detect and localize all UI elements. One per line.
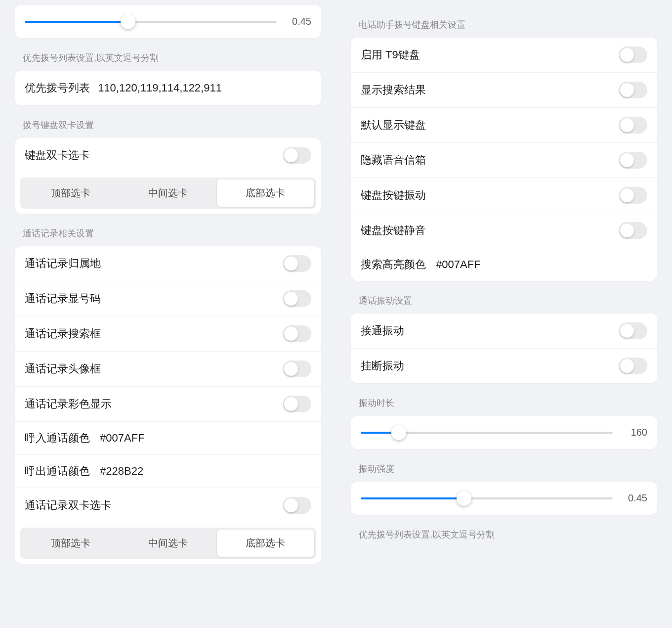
toggle-icon[interactable] (283, 255, 311, 272)
slider-value: 0.45 (286, 16, 311, 27)
dualsim-position-segmented[interactable]: 顶部选卡 中间选卡 底部选卡 (20, 178, 316, 209)
t9-label: 启用 T9键盘 (361, 47, 619, 62)
incoming-color-text: 呼入通话颜色 (25, 432, 90, 444)
slider-track[interactable] (361, 432, 613, 434)
key-vibrate-label: 键盘按键振动 (361, 188, 619, 203)
slider-fill (25, 21, 128, 23)
vibration-strength-slider-row: 0.45 (15, 5, 321, 38)
slider-thumb[interactable] (391, 425, 406, 440)
calllog-searchbox-row[interactable]: 通话记录搜索框 (15, 316, 321, 351)
highlight-color-text: 搜索高亮颜色 (361, 258, 426, 270)
key-mute-label: 键盘按键静音 (361, 223, 619, 238)
calllog-color-label: 通话记录彩色显示 (25, 397, 283, 411)
seg-middle[interactable]: 中间选卡 (119, 179, 216, 207)
toggle-icon[interactable] (619, 46, 647, 63)
highlight-color-value: #007AFF (436, 258, 481, 270)
default-keyboard-label: 默认显示键盘 (361, 118, 619, 133)
toggle-icon[interactable] (619, 152, 647, 169)
priority-dial-list-value: 110,120,119,114,122,911 (98, 82, 222, 94)
outgoing-color-text: 呼出通话颜色 (25, 465, 90, 477)
outgoing-color-value: #228B22 (100, 465, 143, 477)
hangup-vibrate-row[interactable]: 挂断振动 (351, 348, 657, 383)
toggle-icon[interactable] (283, 325, 311, 342)
priority-dial-list-row[interactable]: 优先拨号列表 110,120,119,114,122,911 (15, 71, 321, 105)
default-keyboard-row[interactable]: 默认显示键盘 (351, 107, 657, 142)
seg-top[interactable]: 顶部选卡 (22, 179, 119, 207)
slider-fill (361, 497, 464, 499)
seg-bottom[interactable]: 底部选卡 (217, 530, 314, 557)
right-column: 电话助手拨号键盘相关设置 启用 T9键盘 显示搜索结果 默认显示键盘 隐藏语音信… (351, 0, 657, 628)
calllog-dualsim-label: 通话记录双卡选卡 (25, 498, 283, 513)
keyboard-dualsim-toggle-row[interactable]: 键盘双卡选卡 (15, 138, 321, 173)
connect-vibrate-row[interactable]: 接通振动 (351, 314, 657, 348)
outgoing-color-label: 呼出通话颜色 #228B22 (25, 464, 311, 479)
hide-voicemail-row[interactable]: 隐藏语音信箱 (351, 142, 657, 178)
calllog-dualsim-row[interactable]: 通话记录双卡选卡 (15, 488, 321, 523)
toggle-icon[interactable] (283, 360, 311, 377)
vib-duration-slider-row: 160 (351, 416, 657, 449)
show-search-label: 显示搜索结果 (361, 83, 619, 97)
incoming-color-value: #007AFF (100, 432, 145, 444)
toggle-icon[interactable] (619, 358, 647, 374)
toggle-icon[interactable] (283, 147, 311, 164)
priority-section-title: 优先拨号列表设置,以英文逗号分割 (15, 38, 321, 71)
dualsim-card: 键盘双卡选卡 顶部选卡 中间选卡 底部选卡 (15, 138, 321, 214)
toggle-icon[interactable] (283, 290, 311, 307)
seg-bottom[interactable]: 底部选卡 (217, 179, 314, 207)
vib-duration-title: 振动时长 (351, 383, 657, 416)
calllog-location-label: 通话记录归属地 (25, 256, 283, 271)
calllog-card: 通话记录归属地 通话记录显号码 通话记录搜索框 通话记录头像框 通话记录彩色显示… (15, 246, 321, 564)
key-mute-row[interactable]: 键盘按键静音 (351, 213, 657, 248)
left-column: 0.45 优先拨号列表设置,以英文逗号分割 优先拨号列表 110,120,119… (15, 0, 321, 628)
priority-section-title-right: 优先拨号列表设置,以英文逗号分割 (351, 515, 657, 547)
toggle-icon[interactable] (283, 396, 311, 412)
calllog-searchbox-label: 通话记录搜索框 (25, 326, 283, 341)
keyboard-dualsim-label: 键盘双卡选卡 (25, 148, 283, 163)
slider-thumb[interactable] (457, 491, 471, 506)
incoming-color-row[interactable]: 呼入通话颜色 #007AFF (15, 421, 321, 454)
toggle-icon[interactable] (619, 322, 647, 339)
slider-track[interactable] (361, 497, 613, 499)
outgoing-color-row[interactable]: 呼出通话颜色 #228B22 (15, 454, 321, 488)
hangup-vibrate-label: 挂断振动 (361, 359, 619, 373)
hide-voicemail-label: 隐藏语音信箱 (361, 153, 619, 168)
dialer-section-title: 电话助手拨号键盘相关设置 (351, 5, 657, 38)
slider-thumb[interactable] (121, 14, 135, 29)
vibration-section-title: 通话振动设置 (351, 281, 657, 314)
seg-middle[interactable]: 中间选卡 (119, 530, 216, 557)
calllog-avatar-row[interactable]: 通话记录头像框 (15, 351, 321, 386)
calllog-avatar-label: 通话记录头像框 (25, 361, 283, 376)
show-search-row[interactable]: 显示搜索结果 (351, 72, 657, 107)
highlight-color-label: 搜索高亮颜色 #007AFF (361, 257, 647, 272)
vibration-card: 接通振动 挂断振动 (351, 314, 657, 383)
slider-value: 0.45 (622, 493, 647, 504)
toggle-icon[interactable] (283, 497, 311, 514)
toggle-icon[interactable] (619, 117, 647, 134)
dialer-card: 启用 T9键盘 显示搜索结果 默认显示键盘 隐藏语音信箱 键盘按键振动 键盘按键… (351, 38, 657, 281)
slider-track[interactable] (25, 21, 277, 23)
key-vibrate-row[interactable]: 键盘按键振动 (351, 178, 657, 213)
calllog-shownumber-label: 通话记录显号码 (25, 291, 283, 306)
t9-row[interactable]: 启用 T9键盘 (351, 38, 657, 72)
calllog-location-row[interactable]: 通话记录归属地 (15, 246, 321, 281)
seg-top[interactable]: 顶部选卡 (22, 530, 119, 557)
calllog-shownumber-row[interactable]: 通话记录显号码 (15, 281, 321, 316)
incoming-color-label: 呼入通话颜色 #007AFF (25, 431, 311, 446)
calllog-section-title: 通话记录相关设置 (15, 214, 321, 246)
vib-strength-slider-row: 0.45 (351, 482, 657, 515)
calllog-color-row[interactable]: 通话记录彩色显示 (15, 386, 321, 421)
slider-value: 160 (622, 427, 647, 438)
highlight-color-row[interactable]: 搜索高亮颜色 #007AFF (351, 248, 657, 281)
toggle-icon[interactable] (619, 82, 647, 98)
calllog-dualsim-segmented[interactable]: 顶部选卡 中间选卡 底部选卡 (20, 528, 316, 559)
dualsim-section-title: 拨号键盘双卡设置 (15, 105, 321, 138)
connect-vibrate-label: 接通振动 (361, 323, 619, 338)
toggle-icon[interactable] (619, 187, 647, 204)
toggle-icon[interactable] (619, 222, 647, 239)
vib-strength-title: 振动强度 (351, 449, 657, 482)
priority-dial-list-label: 优先拨号列表 (25, 82, 90, 94)
